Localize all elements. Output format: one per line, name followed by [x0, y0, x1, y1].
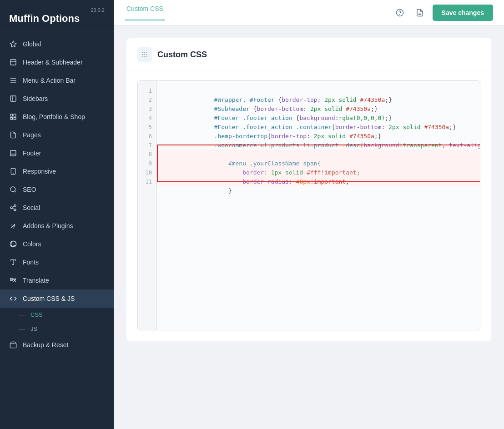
sidebar-item-label: Menu & Action Bar — [23, 77, 76, 84]
svg-point-43 — [144, 56, 145, 57]
panel-header: Custom CSS — [126, 38, 491, 71]
star-icon — [9, 40, 17, 48]
svg-line-21 — [12, 208, 15, 210]
sidebar-sub-js[interactable]: — JS — [0, 322, 114, 336]
save-button[interactable]: Save changes — [433, 5, 493, 21]
svg-point-36 — [142, 52, 143, 53]
panel-body: 1 2 3 4 5 6 7 8 9 10 11 — [126, 71, 491, 341]
sub-item-js-label: JS — [30, 325, 37, 332]
document-icon — [416, 9, 424, 17]
svg-rect-6 — [10, 96, 16, 101]
sidebar-item-label: Footer — [23, 150, 41, 157]
svg-point-39 — [142, 54, 143, 55]
svg-line-17 — [15, 191, 16, 192]
sidebar-item-footer[interactable]: Footer — [0, 144, 114, 162]
sidebar-icon — [9, 95, 17, 103]
code-editor[interactable]: 1 2 3 4 5 6 7 8 9 10 11 — [137, 80, 480, 330]
svg-marker-0 — [10, 41, 16, 47]
sidebar-item-label: Responsive — [23, 168, 56, 175]
code-content: #Wrapper, #Footer {border-top: 2px solid… — [157, 81, 480, 330]
sidebar-item-label: Custom CSS & JS — [23, 295, 75, 302]
content-area: Custom CSS 1 2 3 4 5 6 7 8 9 10 11 — [114, 25, 504, 429]
svg-point-20 — [14, 209, 16, 211]
font-icon — [9, 258, 17, 266]
sidebar-item-global[interactable]: Global — [0, 35, 114, 53]
sidebar-item-responsive[interactable]: Responsive — [0, 162, 114, 180]
sidebar-item-fonts[interactable]: Fonts — [0, 253, 114, 271]
svg-point-18 — [14, 205, 16, 206]
tab-custom-css[interactable]: Custom CSS — [125, 5, 165, 20]
sidebar-item-label: SEO — [23, 186, 36, 193]
help-button[interactable] — [393, 5, 407, 20]
code-icon — [9, 294, 17, 303]
svg-rect-31 — [10, 343, 16, 348]
line-numbers: 1 2 3 4 5 6 7 8 9 10 11 — [138, 81, 157, 330]
responsive-icon — [9, 167, 17, 175]
sidebar-item-label: Addons & Plugins — [23, 222, 73, 229]
sidebar-item-label: Colors — [23, 240, 41, 248]
sidebar-item-blog-portfolio-shop[interactable]: Blog, Portfolio & Shop — [0, 108, 114, 126]
svg-rect-12 — [10, 150, 16, 156]
sidebar-item-translate[interactable]: Translate — [0, 271, 114, 289]
svg-line-22 — [12, 206, 15, 207]
sidebar: 23.0.2 Muffin Options Global Header & Su… — [0, 0, 114, 429]
sidebar-item-label: Translate — [23, 277, 49, 284]
sidebar-sub-css[interactable]: — CSS — [0, 308, 114, 322]
svg-point-40 — [144, 54, 145, 55]
version-label: 23.0.2 — [9, 7, 105, 13]
plug-icon — [9, 222, 17, 230]
menu-icon — [9, 76, 17, 85]
custom-css-panel: Custom CSS 1 2 3 4 5 6 7 8 9 10 11 — [126, 38, 491, 341]
svg-rect-8 — [10, 114, 13, 116]
topbar: Custom CSS Save changes — [114, 0, 504, 25]
document-button[interactable] — [413, 5, 427, 20]
sidebar-nav: Global Header & Subheader Menu & Action … — [0, 31, 114, 429]
topbar-tabs: Custom CSS — [125, 5, 174, 20]
grid-icon — [9, 113, 17, 121]
footer-icon — [9, 149, 17, 157]
sidebar-item-social[interactable]: Social — [0, 199, 114, 217]
svg-point-38 — [146, 52, 147, 53]
svg-point-19 — [10, 207, 12, 209]
sidebar-item-label: Backup & Reset — [23, 341, 68, 349]
sidebar-item-header-subheader[interactable]: Header & Subheader — [0, 53, 114, 71]
main-area: Custom CSS Save changes — [114, 0, 504, 429]
sidebar-item-label: Header & Subheader — [23, 59, 83, 66]
sidebar-item-colors[interactable]: Colors — [0, 235, 114, 253]
svg-rect-1 — [10, 60, 16, 65]
sidebar-item-label: Sidebars — [23, 95, 48, 102]
svg-rect-9 — [14, 114, 16, 116]
sidebar-item-sidebars[interactable]: Sidebars — [0, 90, 114, 108]
search-icon — [9, 185, 17, 194]
svg-point-37 — [144, 52, 145, 53]
topbar-actions: Save changes — [393, 5, 493, 21]
sidebar-item-label: Global — [23, 40, 41, 48]
file-icon — [9, 131, 17, 139]
grid-dots-icon — [137, 47, 152, 62]
sidebar-item-custom-css-js[interactable]: Custom CSS & JS — [0, 289, 114, 308]
sidebar-item-seo[interactable]: SEO — [0, 180, 114, 199]
sidebar-item-pages[interactable]: Pages — [0, 126, 114, 144]
question-circle-icon — [396, 9, 404, 17]
svg-point-44 — [146, 56, 147, 57]
sidebar-item-addons-plugins[interactable]: Addons & Plugins — [0, 217, 114, 235]
translate-icon — [9, 276, 17, 284]
backup-icon — [9, 341, 17, 349]
svg-rect-11 — [14, 117, 16, 120]
sidebar-item-label: Pages — [23, 131, 41, 139]
panel-title: Custom CSS — [157, 50, 207, 60]
sidebar-item-label: Social — [23, 204, 40, 211]
layout-icon — [9, 58, 17, 66]
palette-icon — [9, 240, 17, 248]
sidebar-header: 23.0.2 Muffin Options — [0, 0, 114, 31]
svg-point-42 — [142, 56, 143, 57]
sidebar-item-backup-reset[interactable]: Backup & Reset — [0, 336, 114, 354]
svg-rect-10 — [10, 117, 13, 120]
sidebar-item-label: Fonts — [23, 259, 39, 266]
sidebar-item-menu-action-bar[interactable]: Menu & Action Bar — [0, 71, 114, 90]
sidebar-item-label: Blog, Portfolio & Shop — [23, 113, 85, 120]
sub-item-css-label: CSS — [30, 311, 43, 318]
code-line-1: #Wrapper, #Footer {border-top: 2px solid… — [157, 86, 480, 95]
svg-point-41 — [146, 54, 147, 55]
brand-name: Muffin Options — [9, 13, 105, 25]
